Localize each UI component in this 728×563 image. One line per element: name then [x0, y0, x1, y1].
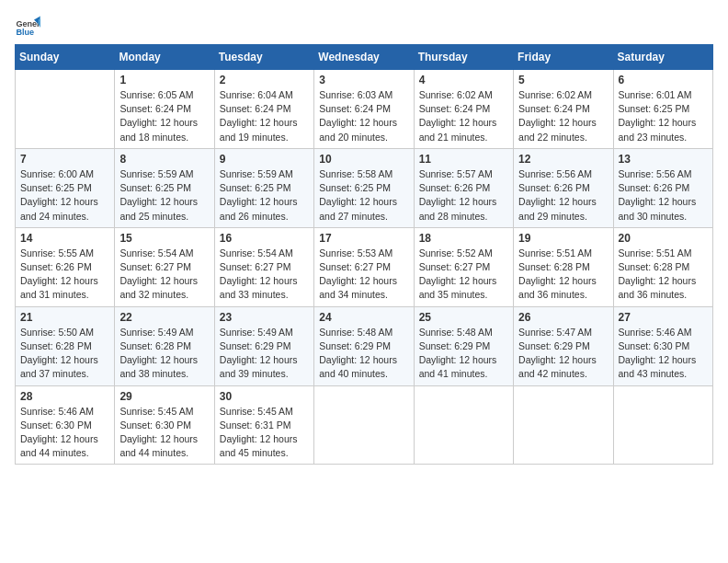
day-number: 23 — [220, 311, 309, 324]
calendar-cell: 24Sunrise: 5:48 AM Sunset: 6:29 PM Dayli… — [314, 306, 414, 385]
day-info: Sunrise: 5:58 AM Sunset: 6:25 PM Dayligh… — [319, 167, 408, 224]
calendar-cell: 2Sunrise: 6:04 AM Sunset: 6:24 PM Daylig… — [214, 70, 313, 149]
svg-text:Blue: Blue — [16, 28, 34, 37]
calendar-table: SundayMondayTuesdayWednesdayThursdayFrid… — [15, 44, 713, 465]
calendar-cell: 6Sunrise: 6:01 AM Sunset: 6:25 PM Daylig… — [613, 70, 712, 149]
calendar-cell: 13Sunrise: 5:56 AM Sunset: 6:26 PM Dayli… — [613, 148, 712, 227]
column-header-friday: Friday — [514, 45, 613, 70]
calendar-cell: 9Sunrise: 5:59 AM Sunset: 6:25 PM Daylig… — [214, 148, 313, 227]
day-info: Sunrise: 5:59 AM Sunset: 6:25 PM Dayligh… — [119, 167, 209, 224]
calendar-cell: 22Sunrise: 5:49 AM Sunset: 6:28 PM Dayli… — [115, 306, 214, 385]
day-number: 17 — [319, 232, 408, 245]
day-info: Sunrise: 6:00 AM Sunset: 6:25 PM Dayligh… — [20, 167, 109, 224]
calendar-cell: 7Sunrise: 6:00 AM Sunset: 6:25 PM Daylig… — [16, 148, 115, 227]
calendar-cell: 25Sunrise: 5:48 AM Sunset: 6:29 PM Dayli… — [414, 306, 513, 385]
day-info: Sunrise: 5:49 AM Sunset: 6:28 PM Dayligh… — [119, 326, 209, 382]
calendar-cell: 12Sunrise: 5:56 AM Sunset: 6:26 PM Dayli… — [514, 148, 613, 227]
calendar-cell: 14Sunrise: 5:55 AM Sunset: 6:26 PM Dayli… — [16, 227, 115, 306]
day-info: Sunrise: 5:59 AM Sunset: 6:25 PM Dayligh… — [220, 167, 309, 224]
calendar-cell: 17Sunrise: 5:53 AM Sunset: 6:27 PM Dayli… — [314, 227, 414, 306]
day-number: 8 — [119, 153, 209, 166]
day-number: 4 — [419, 74, 508, 86]
calendar-cell: 4Sunrise: 6:02 AM Sunset: 6:24 PM Daylig… — [414, 70, 513, 149]
day-number: 15 — [119, 232, 209, 245]
day-number: 19 — [518, 232, 608, 245]
calendar-cell — [514, 385, 613, 465]
day-info: Sunrise: 5:52 AM Sunset: 6:27 PM Dayligh… — [419, 247, 508, 303]
calendar-week-row: 21Sunrise: 5:50 AM Sunset: 6:28 PM Dayli… — [16, 306, 713, 385]
day-number: 28 — [20, 390, 109, 403]
day-info: Sunrise: 5:51 AM Sunset: 6:28 PM Dayligh… — [518, 247, 608, 303]
day-info: Sunrise: 5:53 AM Sunset: 6:27 PM Dayligh… — [319, 247, 408, 303]
calendar-cell: 21Sunrise: 5:50 AM Sunset: 6:28 PM Dayli… — [16, 306, 115, 385]
day-number: 9 — [220, 153, 309, 166]
day-number: 21 — [20, 311, 109, 324]
day-info: Sunrise: 5:47 AM Sunset: 6:29 PM Dayligh… — [518, 326, 608, 382]
column-header-sunday: Sunday — [16, 45, 115, 70]
day-number: 3 — [319, 74, 408, 86]
calendar-week-row: 28Sunrise: 5:46 AM Sunset: 6:30 PM Dayli… — [16, 385, 713, 465]
day-number: 20 — [619, 232, 708, 245]
calendar-cell — [613, 385, 712, 465]
calendar-cell: 16Sunrise: 5:54 AM Sunset: 6:27 PM Dayli… — [214, 227, 313, 306]
day-info: Sunrise: 6:01 AM Sunset: 6:25 PM Dayligh… — [619, 88, 708, 144]
calendar-cell: 28Sunrise: 5:46 AM Sunset: 6:30 PM Dayli… — [16, 385, 115, 465]
calendar-cell — [414, 385, 513, 465]
column-header-wednesday: Wednesday — [314, 45, 414, 70]
calendar-cell: 19Sunrise: 5:51 AM Sunset: 6:28 PM Dayli… — [514, 227, 613, 306]
day-info: Sunrise: 6:02 AM Sunset: 6:24 PM Dayligh… — [518, 88, 608, 144]
day-info: Sunrise: 5:46 AM Sunset: 6:30 PM Dayligh… — [619, 326, 708, 382]
calendar-cell — [16, 70, 115, 149]
day-number: 1 — [119, 74, 209, 86]
calendar-week-row: 7Sunrise: 6:00 AM Sunset: 6:25 PM Daylig… — [16, 148, 713, 227]
calendar-cell: 10Sunrise: 5:58 AM Sunset: 6:25 PM Dayli… — [314, 148, 414, 227]
calendar-week-row: 1Sunrise: 6:05 AM Sunset: 6:24 PM Daylig… — [16, 70, 713, 149]
day-info: Sunrise: 5:48 AM Sunset: 6:29 PM Dayligh… — [419, 326, 508, 382]
calendar-cell: 27Sunrise: 5:46 AM Sunset: 6:30 PM Dayli… — [613, 306, 712, 385]
day-info: Sunrise: 6:04 AM Sunset: 6:24 PM Dayligh… — [220, 88, 309, 144]
column-header-saturday: Saturday — [613, 45, 712, 70]
day-number: 27 — [619, 311, 708, 324]
day-number: 5 — [518, 74, 608, 86]
calendar-cell: 23Sunrise: 5:49 AM Sunset: 6:29 PM Dayli… — [214, 306, 313, 385]
day-info: Sunrise: 5:45 AM Sunset: 6:31 PM Dayligh… — [220, 405, 309, 461]
calendar-cell: 30Sunrise: 5:45 AM Sunset: 6:31 PM Dayli… — [214, 385, 313, 465]
day-number: 14 — [20, 232, 109, 245]
day-number: 13 — [619, 153, 708, 166]
day-info: Sunrise: 5:55 AM Sunset: 6:26 PM Dayligh… — [20, 247, 109, 303]
day-info: Sunrise: 5:49 AM Sunset: 6:29 PM Dayligh… — [220, 326, 309, 382]
day-info: Sunrise: 5:50 AM Sunset: 6:28 PM Dayligh… — [20, 326, 109, 382]
day-number: 11 — [419, 153, 508, 166]
day-info: Sunrise: 5:56 AM Sunset: 6:26 PM Dayligh… — [518, 167, 608, 224]
day-number: 29 — [119, 390, 209, 403]
calendar-cell: 5Sunrise: 6:02 AM Sunset: 6:24 PM Daylig… — [514, 70, 613, 149]
day-number: 25 — [419, 311, 508, 324]
day-number: 30 — [220, 390, 309, 403]
day-info: Sunrise: 5:57 AM Sunset: 6:26 PM Dayligh… — [419, 167, 508, 224]
day-info: Sunrise: 5:54 AM Sunset: 6:27 PM Dayligh… — [220, 247, 309, 303]
day-number: 22 — [119, 311, 209, 324]
day-number: 16 — [220, 232, 309, 245]
calendar-cell: 3Sunrise: 6:03 AM Sunset: 6:24 PM Daylig… — [314, 70, 414, 149]
column-header-tuesday: Tuesday — [214, 45, 313, 70]
day-info: Sunrise: 5:46 AM Sunset: 6:30 PM Dayligh… — [20, 405, 109, 461]
calendar-cell: 11Sunrise: 5:57 AM Sunset: 6:26 PM Dayli… — [414, 148, 513, 227]
calendar-week-row: 14Sunrise: 5:55 AM Sunset: 6:26 PM Dayli… — [16, 227, 713, 306]
calendar-cell: 8Sunrise: 5:59 AM Sunset: 6:25 PM Daylig… — [115, 148, 214, 227]
day-info: Sunrise: 5:51 AM Sunset: 6:28 PM Dayligh… — [619, 247, 708, 303]
day-number: 24 — [319, 311, 408, 324]
day-info: Sunrise: 5:54 AM Sunset: 6:27 PM Dayligh… — [119, 247, 209, 303]
day-number: 7 — [20, 153, 109, 166]
day-info: Sunrise: 5:56 AM Sunset: 6:26 PM Dayligh… — [619, 167, 708, 224]
day-info: Sunrise: 5:48 AM Sunset: 6:29 PM Dayligh… — [319, 326, 408, 382]
day-info: Sunrise: 6:02 AM Sunset: 6:24 PM Dayligh… — [419, 88, 508, 144]
day-number: 10 — [319, 153, 408, 166]
logo: General Blue — [15, 15, 40, 40]
day-number: 18 — [419, 232, 508, 245]
calendar-header-row: SundayMondayTuesdayWednesdayThursdayFrid… — [16, 45, 713, 70]
page-header: General Blue — [15, 15, 713, 40]
column-header-thursday: Thursday — [414, 45, 513, 70]
day-info: Sunrise: 5:45 AM Sunset: 6:30 PM Dayligh… — [119, 405, 209, 461]
calendar-cell — [314, 385, 414, 465]
day-info: Sunrise: 6:03 AM Sunset: 6:24 PM Dayligh… — [319, 88, 408, 144]
